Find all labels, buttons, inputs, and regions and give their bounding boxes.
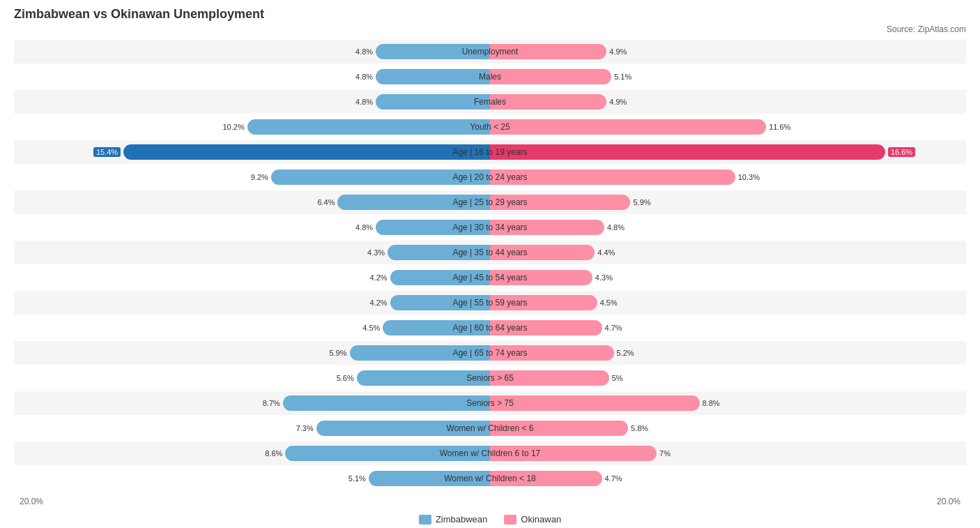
chart-row: 5.6% Seniors > 65 5%: [14, 366, 966, 390]
left-section: 4.3%: [14, 241, 490, 264]
bar-right: [490, 320, 602, 335]
right-section: 4.3%: [490, 266, 966, 289]
bar-right: [490, 94, 606, 110]
left-section: 4.8%: [14, 65, 490, 89]
val-right: 5.1%: [614, 73, 631, 81]
axis-left: 20.0%: [14, 497, 490, 506]
val-right: 4.7%: [605, 474, 622, 483]
val-left: 8.7%: [263, 399, 280, 407]
val-left: 9.2%: [251, 173, 268, 181]
bar-right: [490, 446, 657, 461]
right-section: 5.1%: [490, 65, 966, 89]
val-right: 10.3%: [738, 173, 760, 181]
chart-row: 10.2% Youth < 25 11.6%: [14, 115, 966, 139]
bar-left: [376, 44, 490, 59]
val-right: 5%: [612, 374, 623, 382]
bar-right: [490, 195, 630, 210]
val-right: 4.3%: [595, 273, 613, 282]
bar-left: [383, 320, 490, 335]
chart-row: 4.2% Age | 55 to 59 years 4.5%: [14, 291, 966, 315]
bar-right: [490, 69, 611, 84]
val-left: 4.8%: [355, 223, 373, 232]
right-section: 4.8%: [490, 216, 966, 239]
left-section: 5.9%: [14, 341, 490, 365]
chart-row: 4.2% Age | 45 to 54 years 4.3%: [14, 266, 966, 289]
val-left: 4.5%: [362, 324, 380, 332]
bar-left: [390, 295, 490, 310]
right-section: 8.8%: [490, 391, 966, 415]
legend-box-zimbabwean: [419, 515, 431, 525]
chart-row: 4.8% Females 4.9%: [14, 90, 966, 114]
left-section: 4.8%: [14, 216, 490, 239]
val-right: 11.6%: [769, 123, 790, 131]
bar-right: [490, 370, 609, 386]
val-left: 4.2%: [370, 273, 388, 282]
val-right: 4.9%: [609, 47, 627, 56]
source-label: Source: ZipAtlas.com: [14, 24, 966, 34]
bar-left: [376, 220, 490, 235]
right-section: 4.7%: [490, 467, 966, 490]
chart-row: 5.1% Women w/ Children < 18 4.7%: [14, 467, 966, 490]
left-section: 4.2%: [14, 266, 490, 289]
val-right: 4.9%: [609, 98, 627, 106]
val-right: 4.4%: [597, 248, 615, 257]
left-section: 8.7%: [14, 391, 490, 415]
bar-left: [283, 395, 490, 411]
bar-left: [388, 245, 490, 260]
chart-row: 7.3% Women w/ Children < 6 5.8%: [14, 416, 966, 440]
val-left: 5.6%: [337, 374, 354, 382]
val-left: 6.4%: [317, 198, 335, 206]
val-left: 7.3%: [296, 424, 314, 432]
bar-left: [316, 421, 490, 436]
legend-label-zimbabwean: Zimbabwean: [436, 514, 487, 525]
right-section: 5.2%: [490, 341, 966, 365]
val-right: 4.7%: [605, 324, 622, 332]
bar-right: [490, 44, 606, 59]
left-section: 4.5%: [14, 316, 490, 340]
val-right: 5.2%: [617, 349, 634, 357]
legend: Zimbabwean Okinawan: [14, 514, 966, 525]
val-left: 8.6%: [265, 449, 282, 458]
bar-right: [490, 220, 604, 235]
chart-row: 6.4% Age | 25 to 29 years 5.9%: [14, 190, 966, 214]
bar-right: [490, 144, 885, 160]
val-left: 5.1%: [349, 474, 366, 483]
bar-left: [376, 94, 490, 110]
left-section: 9.2%: [14, 165, 490, 189]
bar-right: [490, 270, 592, 285]
val-left: 4.2%: [370, 299, 388, 307]
bar-left: [271, 169, 490, 185]
val-right: 4.8%: [607, 223, 625, 232]
val-right: 7%: [659, 449, 671, 458]
val-right: 4.5%: [600, 299, 618, 307]
left-section: 8.6%: [14, 442, 490, 465]
bar-right: [490, 471, 602, 486]
right-section: 7%: [490, 442, 966, 465]
bar-left: [390, 270, 490, 285]
right-section: 5.8%: [490, 416, 966, 440]
val-right: 5.9%: [633, 198, 650, 206]
bar-left: [123, 144, 490, 160]
right-section: 16.6%: [490, 140, 966, 164]
val-left: 4.8%: [355, 47, 373, 56]
bar-right: [490, 119, 766, 135]
right-section: 4.7%: [490, 316, 966, 340]
val-right: 16.6%: [888, 147, 915, 157]
chart-row: 8.6% Women w/ Children 6 to 17 7%: [14, 442, 966, 465]
left-section: 5.1%: [14, 467, 490, 490]
val-left: 10.2%: [222, 123, 244, 131]
chart-row: 9.2% Age | 20 to 24 years 10.3%: [14, 165, 966, 189]
left-section: 4.2%: [14, 291, 490, 315]
axis-right: 20.0%: [490, 497, 966, 506]
legend-label-okinawan: Okinawan: [521, 514, 561, 525]
chart-row: 4.8% Males 5.1%: [14, 65, 966, 89]
chart-row: 8.7% Seniors > 75 8.8%: [14, 391, 966, 415]
chart-row: 5.9% Age | 65 to 74 years 5.2%: [14, 341, 966, 365]
bar-right: [490, 345, 614, 361]
rows-container: 4.8% Unemployment 4.9% 4.8% Males 5.1% 4…: [14, 40, 966, 490]
axis-row: 20.0% 20.0%: [14, 493, 966, 510]
bar-right: [490, 169, 735, 185]
val-left: 4.8%: [355, 98, 373, 106]
bar-left: [337, 195, 490, 210]
left-section: 4.8%: [14, 90, 490, 114]
